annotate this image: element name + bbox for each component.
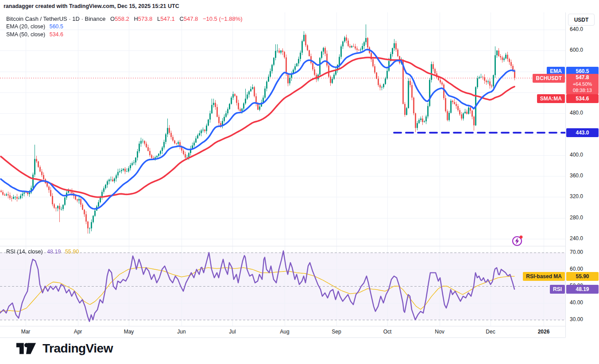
spark-icon[interactable] [511, 234, 524, 247]
price-tick-label: 600.0 [570, 47, 583, 53]
symbol-label-badge: BCHUSDT [533, 74, 565, 83]
pane-divider[interactable] [0, 246, 565, 246]
currency-toggle-button[interactable]: USDT [568, 14, 595, 26]
rsi-ma-label-badge: RSI-based MA [523, 272, 565, 281]
notification-dot [520, 236, 523, 239]
watermark-attribution: ranadagger created with TradingView.com,… [4, 3, 179, 9]
tradingview-chart-window: ranadagger created with TradingView.com,… [0, 0, 599, 364]
rsi-label-badge: RSI [550, 285, 565, 294]
price-tick-label: 360.0 [570, 172, 583, 179]
rsi-legend-value: 48.19 [47, 249, 61, 255]
symbol-legend-row[interactable]: Bitcoin Cash / TetherUS · 1D · Binance O… [6, 15, 243, 23]
rsi-ma-legend-value: 55.90 [65, 249, 79, 255]
price-tick-label: 280.0 [570, 215, 583, 221]
sma-value-badge: 534.6 [566, 94, 599, 103]
rsi-ma-value-badge: 55.90 [566, 272, 599, 281]
time-tick-label: Apr [74, 329, 82, 335]
price-tick-label: 640.0 [570, 26, 583, 32]
rsi-tick-label: 30.00 [570, 316, 583, 322]
rsi-legend-label: RSI (14, close) [6, 249, 43, 255]
rsi-legend[interactable]: RSI (14, close) 48.19 55.90 [6, 249, 79, 255]
price-tick-label: 400.0 [570, 152, 583, 158]
price-chart-canvas[interactable] [0, 12, 565, 246]
price-tick-label: 240.0 [570, 235, 583, 241]
tradingview-logo-text: TradingView [43, 341, 113, 356]
low-value: 547.1 [160, 15, 175, 22]
time-tick-label: Jun [177, 329, 185, 335]
last-price-value: 547.8 [566, 74, 599, 81]
time-tick-label: Aug [280, 329, 289, 335]
lightning-bolt-icon [515, 238, 519, 245]
price-tick-label: 320.0 [570, 193, 583, 199]
last-price-badge: 547.8 +64.50% 08:38:13 [566, 74, 599, 94]
symbol-title: Bitcoin Cash / TetherUS · 1D · Binance [6, 15, 105, 22]
close-label: C [179, 15, 183, 22]
change-percent-value: +64.50% [566, 81, 599, 87]
high-value: 573.8 [138, 15, 153, 22]
time-tick-label: May [124, 329, 134, 335]
time-tick-label: Oct [383, 329, 392, 335]
sma-legend-value: 534.6 [50, 31, 63, 38]
sma-label-badge: SMA:MA [537, 94, 565, 103]
rsi-tick-label: 60.00 [570, 266, 583, 272]
high-label: H [134, 15, 138, 22]
bar-countdown: 08:38:13 [566, 87, 599, 93]
ema-legend-row[interactable]: EMA (20, close) 560.5 [6, 23, 243, 31]
time-tick-label: Dec [486, 329, 495, 335]
change-value: −10.5 (−1.88%) [203, 15, 243, 22]
rsi-tick-label: 40.00 [570, 299, 583, 306]
time-tick-label: Sep [332, 329, 341, 335]
sma-legend-label: SMA (50, close) [6, 31, 45, 38]
close-value: 547.8 [184, 15, 198, 22]
open-label: O [110, 15, 115, 22]
sma-legend-row[interactable]: SMA (50, close) 534.6 [6, 31, 243, 38]
tradingview-logo[interactable]: TradingView [16, 341, 113, 356]
ema-legend-label: EMA (20, close) [6, 23, 45, 30]
rsi-value-badge: 48.19 [566, 285, 599, 294]
tradingview-logo-icon [16, 341, 36, 356]
rsi-tick-label: 70.00 [570, 249, 583, 255]
time-tick-label: 2026 [538, 329, 550, 335]
time-tick-label: Jul [229, 329, 236, 335]
rsi-indicator-canvas[interactable] [0, 246, 565, 326]
time-axis[interactable]: MarAprMayJunJulAugSepOctNovDec2026 [0, 326, 565, 338]
price-axis[interactable]: USDT 640.0600.0560.0520.0480.0400.0360.0… [565, 12, 599, 337]
price-tick-label: 480.0 [570, 110, 583, 116]
ema-legend-value: 560.5 [50, 23, 63, 30]
time-tick-label: Mar [21, 329, 31, 335]
time-tick-label: Nov [435, 329, 444, 335]
chart-legend: Bitcoin Cash / TetherUS · 1D · Binance O… [6, 15, 243, 39]
open-value: 558.2 [115, 15, 129, 22]
support-level-badge: 443.0 [566, 128, 599, 137]
